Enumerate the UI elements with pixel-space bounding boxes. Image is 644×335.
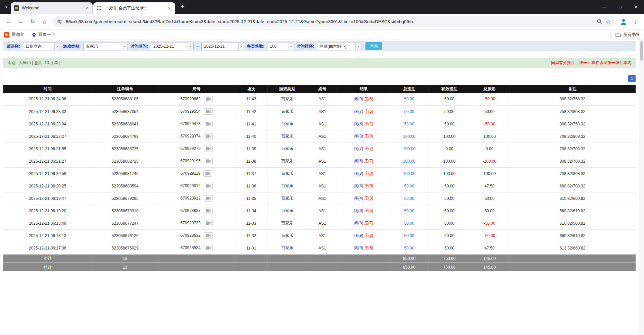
maximize-button[interactable]: □ [612, 0, 628, 14]
vertical-scrollbar[interactable] [639, 40, 644, 335]
game-type: 百家乐 [267, 130, 307, 143]
result-banker: 庄(3) [364, 196, 373, 201]
table-row: 2025-12-21 06:17:36523058675029670928534… [3, 242, 636, 254]
video-replay-button[interactable] [204, 108, 213, 115]
video-replay-button[interactable] [204, 146, 213, 152]
select-type-dropdown[interactable]: 日期查询 ▾ [23, 43, 60, 50]
video-replay-button[interactable] [204, 232, 213, 239]
video-replay-button[interactable] [204, 121, 213, 127]
video-replay-button[interactable] [204, 220, 213, 226]
scrollbar-thumb[interactable] [640, 41, 643, 61]
game-type: 百家乐 [267, 105, 307, 118]
home-button[interactable]: ⌂ [39, 16, 50, 27]
bet-id: 523058687054 [92, 105, 158, 118]
tab-close-icon[interactable]: × [166, 5, 172, 11]
reload-button[interactable]: ↻ [27, 16, 38, 27]
video-replay-button[interactable] [204, 208, 213, 214]
valid-bet: 100.00 [429, 130, 470, 143]
currency-summary-text: 币别 : 人民币 | 总共 :13 注单 | [7, 60, 60, 66]
browser-toolbar: ← → ↻ ⌂ 66cxkj98.com/game/betrecord_sear… [0, 14, 644, 30]
result-player: 闲(4) [354, 196, 363, 201]
menu-icon[interactable]: ⋮ [630, 16, 641, 27]
sort-dropdown[interactable]: 降幕(由大到小) ▾ [317, 43, 361, 50]
payout: 47.50 [470, 242, 509, 254]
bookmark-star-icon[interactable]: ☆ [606, 18, 611, 25]
payout: 50.00 [470, 205, 509, 217]
site-settings-icon[interactable] [57, 19, 62, 24]
footer-label: 小计 [3, 254, 92, 263]
session-number: 11-40 [235, 130, 268, 143]
footer-empty [158, 263, 235, 272]
result-banker: 庄(9) [364, 183, 373, 188]
page-1-button[interactable]: 1 [628, 75, 636, 82]
search-button[interactable]: 查询 [365, 42, 382, 50]
payout: -50.00 [470, 118, 509, 130]
result-banker: 庄(0) [364, 134, 373, 138]
valid-bet: 50.00 [429, 93, 470, 105]
bookmark-baidu[interactable]: 百度一下 [32, 32, 55, 38]
video-replay-button[interactable] [204, 183, 213, 189]
tab-search-chevron-icon[interactable]: ▾ [2, 2, 11, 12]
profile-avatar[interactable] [618, 16, 629, 27]
total-bet-link[interactable]: 100.00 [390, 130, 429, 143]
total-bet-link[interactable]: 50.00 [390, 180, 429, 192]
bet-time: 2025-12-21 06:22:27 [3, 130, 92, 143]
back-button[interactable]: ← [3, 16, 14, 27]
globe-icon [96, 5, 102, 11]
video-replay-button[interactable] [204, 96, 213, 102]
table-number: AS1 [307, 130, 338, 143]
date-end-dropdown[interactable]: 2025-12-21 ▾ [201, 43, 244, 50]
result-banker: 庄(2) [364, 233, 373, 238]
video-replay-button[interactable] [203, 170, 212, 177]
bet-time: 2025-12-21 06:20:59 [3, 167, 92, 180]
per-page-dropdown[interactable]: 100 ▾ [267, 43, 294, 50]
total-bet-link[interactable]: 50.00 [390, 105, 429, 118]
total-bet-link[interactable]: 50.00 [390, 93, 429, 105]
payout: -100.00 [470, 155, 509, 167]
url-text[interactable]: 66cxkj98.com/game/betrecord_search/kind3… [66, 19, 593, 24]
total-bet-link[interactable]: 50.00 [390, 192, 429, 205]
total-bet-link[interactable]: 50.00 [390, 217, 429, 229]
all-bookmarks-button[interactable]: 所有书签 [610, 32, 640, 38]
video-replay-button[interactable] [204, 158, 213, 164]
forward-button[interactable]: → [15, 16, 26, 27]
session-number: 11-34 [235, 205, 268, 217]
video-icon [206, 134, 211, 138]
zoom-icon[interactable] [597, 19, 602, 24]
table-header-row: 时间注单编号局号场次游戏类别桌号结果总投注有效投注总派彩备注 [3, 85, 636, 93]
video-replay-button[interactable] [204, 245, 213, 251]
valid-bet: 50.00 [429, 205, 470, 217]
bet-id: 523058679295 [92, 192, 158, 205]
total-bet-link[interactable]: 50.00 [390, 229, 429, 242]
video-replay-button[interactable] [204, 133, 213, 139]
table-number: AS1 [307, 180, 338, 192]
tab-bet-records[interactable]: :::视讯, 会员下注纪录::: × [93, 2, 175, 14]
column-header: 时间 [3, 85, 92, 93]
total-bet-link[interactable]: 100.00 [390, 167, 429, 180]
total-row: 总计13850.00750.00145.00 [3, 263, 636, 272]
date-end-value: 2025-12-21 [202, 44, 238, 49]
select-type-value: 日期查询 [23, 44, 54, 49]
video-replay-button[interactable] [204, 195, 213, 202]
session-number: 11-39 [235, 143, 268, 155]
total-bet-link[interactable]: 50.00 [390, 205, 429, 217]
session-number: 11-38 [235, 155, 268, 167]
new-tab-button[interactable]: + [178, 2, 187, 11]
date-start-dropdown[interactable]: 2025-12-21 ▾ [151, 43, 194, 50]
column-header: 注单编号 [92, 85, 158, 93]
video-icon [206, 184, 211, 188]
game-type-dropdown[interactable]: 百家乐 ▾ [83, 43, 128, 50]
minimize-button[interactable]: — [597, 0, 612, 14]
round-number: 670928827 [181, 208, 201, 213]
total-bet-link[interactable]: 100.00 [390, 143, 429, 155]
close-button[interactable]: × [628, 0, 644, 14]
tab-welcome[interactable]: Welcome × [11, 2, 93, 14]
bookmark-taobao[interactable]: 淘 爱淘宝 [4, 32, 24, 38]
round-number: 670929554 [181, 109, 201, 114]
session-number: 11-41 [235, 118, 268, 130]
address-bar[interactable]: 66cxkj98.com/game/betrecord_search/kind3… [53, 16, 615, 27]
total-bet-link[interactable]: 100.00 [390, 155, 429, 167]
total-bet-link[interactable]: 50.00 [390, 242, 429, 254]
tab-close-icon[interactable]: × [84, 5, 90, 11]
total-bet-link[interactable]: 50.00 [390, 118, 429, 130]
